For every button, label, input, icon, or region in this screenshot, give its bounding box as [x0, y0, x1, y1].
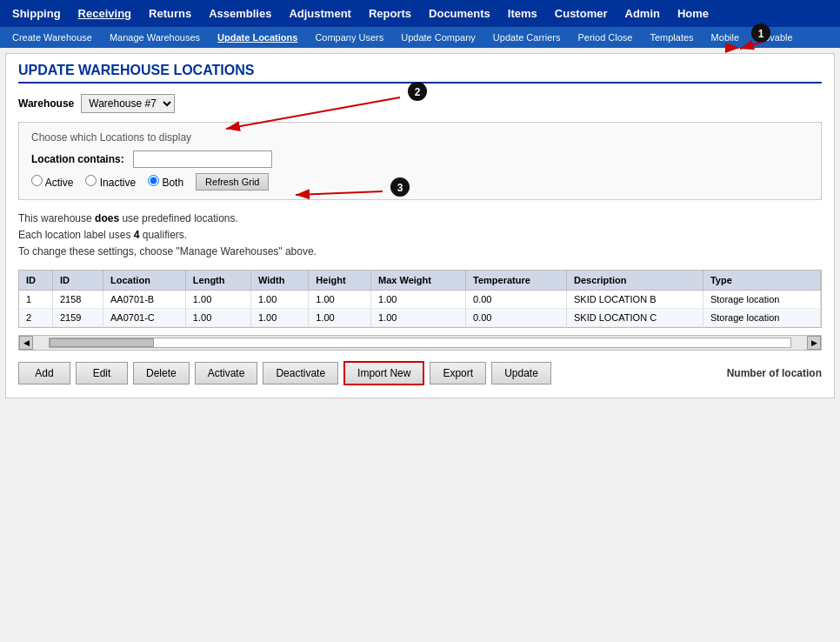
info-line1: This warehouse does use predefined locat… — [18, 211, 822, 227]
table-header-row: ID ID Location Length Width Height Max W… — [19, 271, 821, 291]
nav-home[interactable]: Home — [669, 0, 717, 27]
table-cell: SKID LOCATION B — [566, 290, 703, 308]
col-max-weight: Max Weight — [371, 271, 466, 291]
nav-returns[interactable]: Returns — [140, 0, 200, 27]
col-id: ID — [19, 271, 52, 291]
radio-both-label[interactable]: Both — [148, 175, 183, 189]
table-cell: Storage location — [703, 308, 820, 326]
horizontal-scrollbar[interactable]: ◀ ▶ — [18, 335, 822, 351]
subnav-update-carriers[interactable]: Update Carriers — [484, 27, 570, 48]
subnav-update-locations[interactable]: Update Locations — [209, 27, 306, 48]
filter-box-title: Choose which Locations to display — [31, 131, 809, 144]
table-cell: 1.00 — [309, 308, 371, 326]
subnav-company-users[interactable]: Company Users — [306, 27, 392, 48]
edit-button[interactable]: Edit — [76, 362, 128, 385]
table-cell: 1.00 — [185, 308, 250, 326]
top-nav: Shipping Receiving Returns Assemblies Ad… — [0, 0, 840, 27]
table-cell: 1.00 — [371, 308, 466, 326]
scroll-track[interactable] — [49, 338, 791, 348]
subnav-create-warehouse[interactable]: Create Warehouse — [3, 27, 101, 48]
col-location: Location — [103, 271, 186, 291]
nav-receiving[interactable]: Receiving — [70, 0, 140, 27]
scroll-right-arrow[interactable]: ▶ — [807, 336, 821, 350]
info-line2: Each location label uses 4 qualifiers. — [18, 227, 822, 244]
subnav-period-close[interactable]: Period Close — [569, 27, 641, 48]
table-cell: AA0701-B — [103, 290, 186, 308]
main-content: Update Warehouse Locations Warehouse War… — [5, 53, 835, 398]
warehouse-select-row: Warehouse Warehouse #7 Warehouse #1 Ware… — [18, 94, 822, 113]
table-cell: 2158 — [52, 290, 103, 308]
col-type: Type — [703, 271, 820, 291]
nav-reports[interactable]: Reports — [360, 0, 420, 27]
table-cell: 1.00 — [185, 290, 250, 308]
radio-active[interactable] — [31, 175, 43, 186]
col-temperature: Temperature — [466, 271, 567, 291]
info-line3: To change these settings, choose "Manage… — [18, 244, 822, 260]
sub-nav: Create Warehouse Manage Warehouses Updat… — [0, 27, 840, 48]
col-length: Length — [185, 271, 250, 291]
scroll-thumb[interactable] — [50, 338, 154, 347]
table-cell: 1.00 — [309, 290, 371, 308]
table-cell: Storage location — [703, 290, 820, 308]
status-radio-row: Active Inactive Both Refresh Grid — [31, 173, 809, 191]
bottom-toolbar: Add Edit Delete Activate Deactivate Impo… — [18, 358, 822, 389]
table-cell: SKID LOCATION C — [566, 308, 703, 326]
table-cell: 2 — [19, 308, 52, 326]
nav-assemblies[interactable]: Assemblies — [200, 0, 280, 27]
subnav-manage-warehouses[interactable]: Manage Warehouses — [101, 27, 209, 48]
nav-shipping[interactable]: Shipping — [3, 0, 70, 27]
activate-button[interactable]: Activate — [195, 362, 258, 385]
deactivate-button[interactable]: Deactivate — [263, 362, 338, 385]
radio-both[interactable] — [148, 175, 159, 186]
table-cell: 1.00 — [371, 290, 466, 308]
radio-inactive[interactable] — [85, 175, 97, 186]
nav-admin[interactable]: Admin — [617, 0, 669, 27]
col-description: Description — [566, 271, 703, 291]
col-height: Height — [309, 271, 371, 291]
radio-inactive-label[interactable]: Inactive — [85, 175, 136, 189]
update-button[interactable]: Update — [491, 362, 551, 385]
export-button[interactable]: Export — [430, 362, 486, 385]
refresh-grid-button[interactable]: Refresh Grid — [196, 173, 269, 191]
filter-box: Choose which Locations to display Locati… — [18, 122, 822, 200]
table-row[interactable]: 22159AA0701-C1.001.001.001.000.00SKID LO… — [19, 308, 821, 326]
nav-adjustment[interactable]: Adjustment — [280, 0, 360, 27]
subnav-mobile[interactable]: Mobile — [703, 27, 748, 48]
number-of-locations: Number of location — [727, 367, 822, 379]
app-wrapper: Shipping Receiving Returns Assemblies Ad… — [0, 0, 840, 398]
info-text: This warehouse does use predefined locat… — [18, 211, 822, 261]
location-contains-label: Location contains: — [31, 153, 124, 165]
warehouse-select[interactable]: Warehouse #7 Warehouse #1 Warehouse #2 — [81, 94, 175, 113]
nav-items[interactable]: Items — [499, 0, 546, 27]
nav-customer[interactable]: Customer — [546, 0, 617, 27]
table-cell: 1.00 — [250, 308, 308, 326]
delete-button[interactable]: Delete — [133, 362, 190, 385]
subnav-update-company[interactable]: Update Company — [392, 27, 484, 48]
table-cell: 1.00 — [250, 290, 308, 308]
nav-documents[interactable]: Documents — [420, 0, 499, 27]
table-cell: 2159 — [52, 308, 103, 326]
table-cell: 0.00 — [466, 290, 567, 308]
table-body: 12158AA0701-B1.001.001.001.000.00SKID LO… — [19, 290, 821, 326]
col-location-id: ID — [52, 271, 103, 291]
table-cell: 1 — [19, 290, 52, 308]
table-cell: AA0701-C — [103, 308, 186, 326]
location-contains-row: Location contains: — [31, 150, 809, 168]
warehouse-label: Warehouse — [18, 97, 74, 110]
col-width: Width — [250, 271, 308, 291]
subnav-templates[interactable]: Templates — [641, 27, 702, 48]
scroll-left-arrow[interactable]: ◀ — [19, 336, 33, 350]
data-table-wrapper: ID ID Location Length Width Height Max W… — [18, 270, 822, 328]
radio-active-label[interactable]: Active — [31, 175, 73, 189]
table-cell: 0.00 — [466, 308, 567, 326]
data-table: ID ID Location Length Width Height Max W… — [19, 271, 821, 327]
import-new-button[interactable]: Import New — [343, 361, 424, 385]
page-title: Update Warehouse Locations — [18, 63, 822, 84]
table-row[interactable]: 12158AA0701-B1.001.001.001.000.00SKID LO… — [19, 290, 821, 308]
add-button[interactable]: Add — [18, 362, 70, 385]
location-contains-input[interactable] — [133, 150, 272, 168]
subnav-movable[interactable]: Movable — [748, 27, 802, 48]
